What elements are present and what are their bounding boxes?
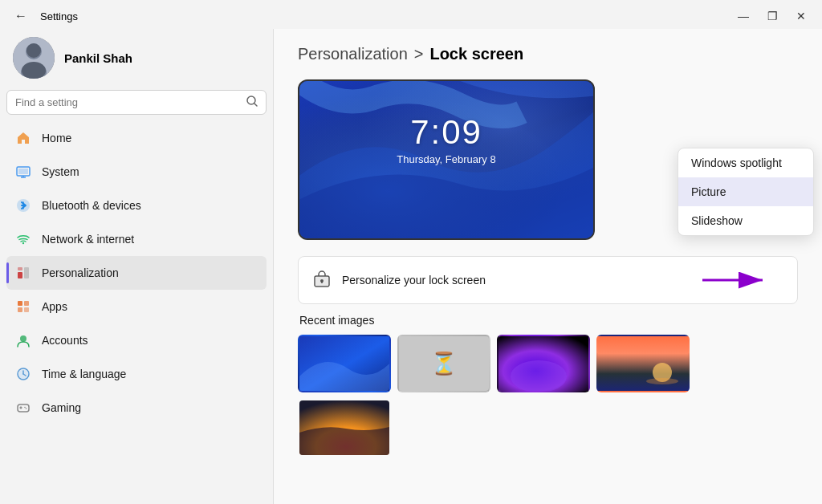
recent-images-section: Recent images bbox=[298, 314, 798, 457]
time-icon bbox=[14, 365, 32, 383]
lock-time-display: 7:09 bbox=[397, 113, 495, 152]
sidebar-item-time-label: Time & language bbox=[42, 368, 126, 380]
network-icon bbox=[14, 230, 32, 248]
breadcrumb-separator: > bbox=[414, 45, 424, 63]
svg-rect-10 bbox=[18, 169, 28, 174]
sidebar-item-apps[interactable]: Apps bbox=[6, 290, 267, 323]
sidebar-item-accounts-label: Accounts bbox=[42, 334, 88, 347]
svg-text:⏳: ⏳ bbox=[430, 350, 458, 376]
search-icon bbox=[246, 96, 258, 109]
dropdown-menu: Windows spotlight Picture Slideshow bbox=[678, 148, 814, 236]
user-name: Pankil Shah bbox=[64, 51, 132, 65]
recent-image-1[interactable] bbox=[298, 335, 391, 392]
accounts-icon bbox=[14, 331, 32, 349]
sidebar-item-personalization[interactable]: Personalization bbox=[6, 256, 267, 290]
sidebar: Pankil Shah Home bbox=[0, 29, 273, 504]
user-profile[interactable]: Pankil Shah bbox=[6, 29, 267, 90]
system-icon bbox=[14, 163, 32, 181]
sidebar-item-gaming[interactable]: Gaming bbox=[6, 391, 267, 425]
title-bar: ← Settings — ❐ ✕ bbox=[0, 0, 822, 29]
lock-screen-time: 7:09 Thursday, February 8 bbox=[397, 113, 495, 165]
avatar-image bbox=[13, 37, 55, 79]
svg-rect-13 bbox=[18, 272, 22, 278]
svg-point-12 bbox=[22, 242, 24, 244]
recent-image-5[interactable] bbox=[298, 399, 391, 457]
home-icon bbox=[14, 129, 32, 147]
svg-point-20 bbox=[20, 335, 26, 342]
sidebar-item-system[interactable]: System bbox=[6, 155, 267, 189]
bluetooth-icon bbox=[14, 197, 32, 214]
recent-image-4[interactable] bbox=[596, 335, 690, 392]
images-grid: ⏳ bbox=[298, 335, 798, 392]
maximize-button[interactable]: ❐ bbox=[761, 6, 783, 26]
svg-point-29 bbox=[26, 408, 27, 409]
sidebar-item-bluetooth-label: Bluetooth & devices bbox=[42, 199, 141, 212]
title-bar-controls: — ❐ ✕ bbox=[732, 6, 812, 26]
sidebar-item-home[interactable]: Home bbox=[6, 121, 267, 155]
svg-point-28 bbox=[24, 407, 26, 408]
dropdown-item-picture[interactable]: Picture bbox=[678, 177, 813, 206]
svg-rect-14 bbox=[18, 267, 22, 270]
svg-rect-25 bbox=[18, 404, 29, 412]
dropdown-item-spotlight[interactable]: Windows spotlight bbox=[678, 148, 813, 177]
lock-screen-preview: 7:09 Thursday, February 8 bbox=[298, 79, 595, 240]
svg-rect-15 bbox=[24, 267, 29, 278]
back-button[interactable]: ← bbox=[10, 6, 32, 26]
close-button[interactable]: ✕ bbox=[790, 6, 812, 26]
sidebar-item-gaming-label: Gaming bbox=[42, 401, 81, 414]
sidebar-item-network-label: Network & internet bbox=[42, 233, 134, 246]
svg-line-6 bbox=[254, 104, 257, 106]
dropdown-item-slideshow[interactable]: Slideshow bbox=[678, 206, 813, 235]
avatar bbox=[13, 37, 55, 79]
search-box[interactable] bbox=[6, 90, 267, 115]
svg-rect-42 bbox=[598, 336, 690, 392]
lock-screen-section-icon bbox=[313, 270, 331, 291]
search-input[interactable] bbox=[15, 96, 246, 108]
main-content: Personalization > Lock screen bbox=[274, 29, 822, 504]
breadcrumb-parent[interactable]: Personalization bbox=[298, 45, 408, 63]
recent-image-2[interactable]: ⏳ bbox=[397, 335, 490, 392]
breadcrumb: Personalization > Lock screen bbox=[298, 45, 798, 63]
sidebar-item-system-label: System bbox=[42, 165, 79, 178]
sidebar-item-personalization-label: Personalization bbox=[42, 266, 119, 279]
sidebar-item-time[interactable]: Time & language bbox=[6, 357, 267, 391]
title-bar-title: Settings bbox=[40, 10, 78, 22]
recent-image-3[interactable] bbox=[497, 335, 590, 392]
svg-rect-19 bbox=[24, 307, 29, 312]
svg-point-41 bbox=[511, 360, 567, 392]
sidebar-item-bluetooth[interactable]: Bluetooth & devices bbox=[6, 189, 267, 222]
svg-rect-18 bbox=[18, 307, 22, 312]
svg-rect-16 bbox=[18, 301, 22, 306]
minimize-button[interactable]: — bbox=[732, 6, 755, 26]
recent-images-label: Recent images bbox=[298, 314, 798, 327]
lock-time-date: Thursday, February 8 bbox=[397, 153, 495, 165]
purple-arrow bbox=[702, 268, 775, 292]
svg-point-4 bbox=[22, 62, 46, 79]
sidebar-item-apps-label: Apps bbox=[42, 300, 67, 313]
personalization-icon bbox=[14, 264, 32, 282]
app-body: Pankil Shah Home bbox=[0, 29, 822, 504]
sidebar-item-network[interactable]: Network & internet bbox=[6, 222, 267, 256]
gaming-icon bbox=[14, 399, 32, 417]
personalize-section[interactable]: Personalize your lock screen bbox=[298, 256, 798, 304]
images-grid-row2 bbox=[298, 399, 798, 457]
sidebar-item-accounts[interactable]: Accounts bbox=[6, 323, 267, 357]
personalize-label: Personalize your lock screen bbox=[342, 274, 691, 287]
svg-rect-17 bbox=[24, 301, 29, 306]
svg-point-44 bbox=[646, 378, 678, 384]
sidebar-item-home-label: Home bbox=[42, 132, 71, 144]
svg-rect-34 bbox=[321, 281, 323, 283]
breadcrumb-current: Lock screen bbox=[429, 45, 523, 63]
svg-point-3 bbox=[26, 43, 41, 58]
title-bar-left: ← Settings bbox=[10, 6, 78, 26]
apps-icon bbox=[14, 298, 32, 315]
